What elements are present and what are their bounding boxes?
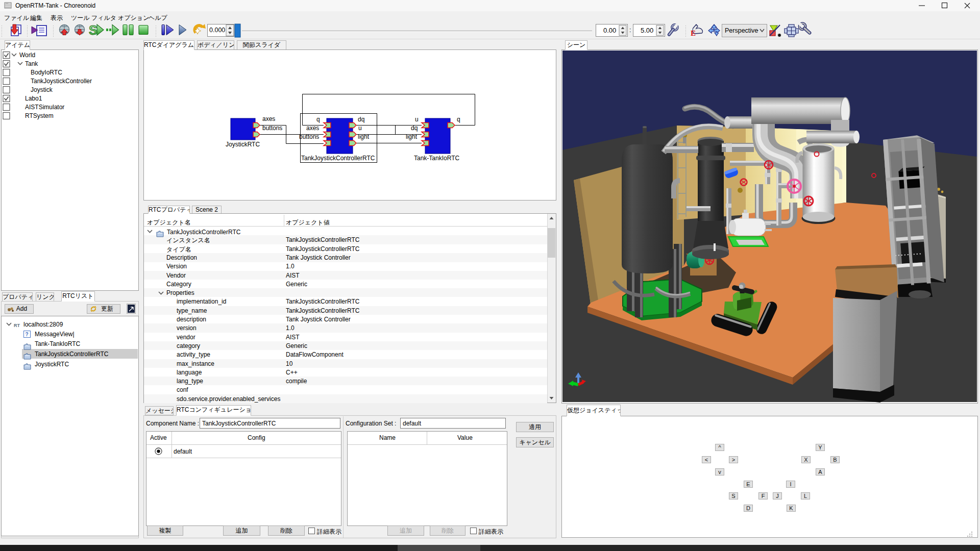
svg-text:axes: axes [262, 115, 275, 122]
svg-text:0.000: 0.000 [209, 27, 225, 34]
svg-text:JoystickRTC: JoystickRTC [226, 141, 260, 148]
svg-text:u: u [358, 124, 362, 132]
svg-text:0.00: 0.00 [603, 27, 616, 34]
svg-text::: : [629, 27, 631, 34]
svg-text:·: · [757, 27, 759, 33]
svg-text:Tank-TankIoRTC: Tank-TankIoRTC [414, 155, 459, 162]
svg-text:buttons: buttons [262, 124, 282, 132]
svg-text:light: light [406, 133, 418, 140]
svg-text:TankJoystickControllerRTC: TankJoystickControllerRTC [301, 155, 375, 162]
svg-text:q: q [457, 116, 460, 123]
svg-text:axes: axes [306, 124, 319, 132]
svg-text:light: light [358, 133, 370, 140]
svg-text:q: q [316, 116, 320, 123]
svg-text:buttons: buttons [299, 133, 319, 140]
svg-text:dq: dq [358, 116, 364, 123]
svg-text:?: ? [26, 332, 29, 337]
svg-text:Perspective: Perspective [725, 27, 758, 34]
svg-text:u: u [415, 116, 419, 123]
svg-text:S: S [89, 23, 97, 37]
svg-text:5.00: 5.00 [641, 27, 653, 34]
svg-text:E: E [691, 29, 696, 37]
svg-text:dq: dq [411, 124, 418, 132]
svg-text:RT: RT [14, 323, 20, 328]
